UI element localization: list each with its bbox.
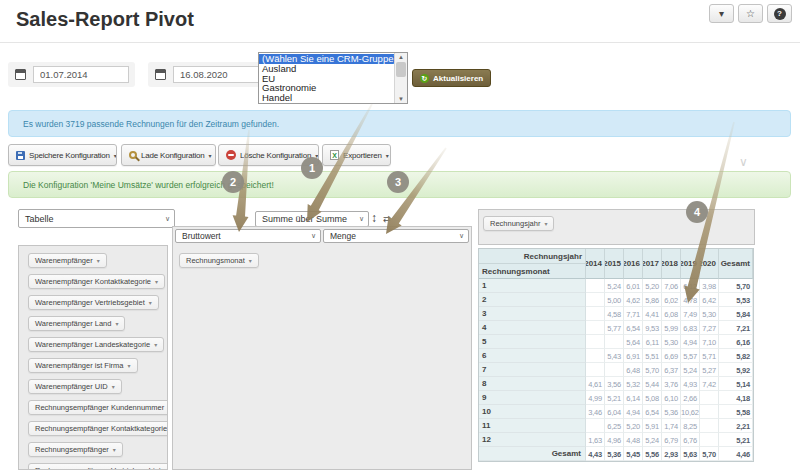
value-cell: 5,53 <box>719 293 753 307</box>
scroll-down-icon[interactable]: ▼ <box>398 95 404 103</box>
window-controls: ▾ ☆ ? <box>709 4 792 23</box>
table-type-value: Tabelle <box>25 214 54 224</box>
star-icon: ☆ <box>746 8 755 19</box>
row-label: 3 <box>479 307 586 321</box>
value-cell: 4,94 <box>681 335 700 349</box>
caret-down-icon: ▾ <box>386 152 389 159</box>
value-cell: 7,71 <box>624 307 643 321</box>
aggregation-select[interactable]: Summe über Summe ∨ <box>255 211 369 227</box>
available-field-pill[interactable]: Warenempfänger ist Firma▾ <box>28 358 138 373</box>
value-cell: 1,63 <box>586 433 605 447</box>
crm-group-option[interactable]: Ausland <box>259 64 394 74</box>
value-cell: 3,98 <box>700 279 719 293</box>
value-cell: 5,30 <box>662 335 681 349</box>
value-cell: 6,11 <box>643 335 662 349</box>
value-cell <box>586 307 605 321</box>
year-column-header: 2016 <box>624 249 643 279</box>
available-field-pill[interactable]: Warenempfänger Landeskategorie▾ <box>28 337 164 352</box>
crm-group-option[interactable]: Gastronomie <box>259 83 394 93</box>
value-cell: 3,46 <box>586 405 605 419</box>
available-field-pill[interactable]: Rechnungsempfänger▾ <box>28 442 123 457</box>
load-config-button[interactable]: Lade Konfiguration ▾ <box>121 144 216 166</box>
available-field-pill[interactable]: Warenempfänger UID▾ <box>28 379 122 394</box>
table-type-select[interactable]: Tabelle ∨ <box>18 209 175 228</box>
value-cell <box>586 363 605 377</box>
available-field-pill[interactable]: Rechnungsempfänger Vertriebsgebiet▾ <box>28 463 168 470</box>
floppy-disk-icon <box>16 151 25 160</box>
date-to-group <box>148 62 275 87</box>
value-cell: 5,00 <box>605 293 624 307</box>
value-cell: 7,06 <box>662 279 681 293</box>
value-field2-select[interactable]: Menge ∨ <box>323 229 469 243</box>
year-column-header: Gesamt <box>719 249 753 279</box>
available-field-pill[interactable]: Rechnungsempfänger Kundennummer▾ <box>28 400 168 415</box>
save-config-button[interactable]: Speichere Konfiguration ▾ <box>8 144 117 166</box>
export-label: Exportieren <box>343 151 382 160</box>
available-field-pill[interactable]: Warenempfänger Kontaktkategorie▾ <box>28 274 165 289</box>
value-cell: 5,14 <box>719 377 753 391</box>
row-label: 5 <box>479 335 586 349</box>
crm-group-option[interactable]: (Wählen Sie eine CRM-Gruppe) <box>259 54 394 64</box>
crm-group-option[interactable]: EU <box>259 74 394 84</box>
value-cell: 5,24 <box>643 433 662 447</box>
value-cell: 6,04 <box>605 405 624 419</box>
value-cell: 5,99 <box>662 321 681 335</box>
delete-config-button[interactable]: Lösche Konfiguration ▾ <box>218 144 319 166</box>
value-cell: 4,41 <box>643 307 662 321</box>
value-cell: 5,21 <box>605 391 624 405</box>
year-column-header: 2017 <box>643 249 662 279</box>
value-cell: 5,20 <box>643 279 662 293</box>
row-field-label: Rechnungsmonat <box>186 256 245 265</box>
value-cell <box>586 279 605 293</box>
column-field-label: Rechnungsjahr <box>490 219 540 228</box>
available-field-pill[interactable]: Warenempfänger Land▾ <box>28 316 125 331</box>
value-cell: 6,25 <box>605 419 624 433</box>
row-label: 1 <box>479 279 586 293</box>
available-field-pill[interactable]: Warenempfänger▾ <box>28 253 107 268</box>
caret-dropdown-button[interactable]: ▾ <box>709 4 734 23</box>
calendar-icon <box>155 69 166 80</box>
value-cell: 5,57 <box>681 349 700 363</box>
refresh-button[interactable]: ↻ Aktualisieren <box>412 69 491 87</box>
value-cell <box>586 419 605 433</box>
value-cell: 2,21 <box>719 419 753 433</box>
caret-down-icon: ▾ <box>128 362 131 369</box>
value-cell: 4,93 <box>681 377 700 391</box>
total-value-cell: 5,56 <box>643 447 662 461</box>
value-cell <box>586 349 605 363</box>
delete-config-label: Lösche Konfiguration <box>240 151 311 160</box>
collapse-chevron-icon[interactable]: ∨ <box>739 155 748 169</box>
export-button[interactable]: X Exportieren ▾ <box>322 144 391 166</box>
scrollbar-thumb[interactable] <box>396 62 406 77</box>
value-cell: 5,92 <box>719 363 753 377</box>
crm-group-listbox[interactable]: (Wählen Sie eine CRM-Gruppe)AuslandEUGas… <box>258 52 408 104</box>
aggregation-value: Summe über Summe <box>262 214 347 224</box>
value-cell: 5,70 <box>643 363 662 377</box>
date-to-input[interactable] <box>173 66 269 83</box>
crm-group-options: (Wählen Sie eine CRM-Gruppe)AuslandEUGas… <box>259 53 394 103</box>
value-cell: 9,53 <box>643 321 662 335</box>
pivot-table: RechnungsjahrRechnungsmonat2014201520162… <box>478 248 754 462</box>
available-field-pill[interactable]: Rechnungsempfänger Kontaktkategorie▾ <box>28 421 168 436</box>
value-cell: 5,21 <box>719 433 753 447</box>
row-label: 9 <box>479 391 586 405</box>
value-field-select[interactable]: Bruttowert ∨ <box>175 229 321 243</box>
transpose-icon[interactable]: ⇄ <box>383 214 391 224</box>
swap-axes-icon[interactable]: ↕ <box>371 211 377 225</box>
value-cell: 5,30 <box>700 307 719 321</box>
help-button[interactable]: ? <box>767 4 792 23</box>
scroll-up-icon[interactable]: ▲ <box>398 53 404 61</box>
value-cell <box>700 433 719 447</box>
date-from-input[interactable] <box>33 66 129 83</box>
total-value-cell: 5,36 <box>605 447 624 461</box>
column-field-pill[interactable]: Rechnungsjahr ▾ <box>483 216 554 231</box>
value-cell: 3,76 <box>662 377 681 391</box>
listbox-scrollbar[interactable]: ▲ ▼ <box>394 53 407 103</box>
available-field-pill[interactable]: Warenempfänger Vertriebsgebiet▾ <box>28 295 159 310</box>
row-field-pill[interactable]: Rechnungsmonat ▾ <box>179 253 259 268</box>
refresh-icon: ↻ <box>420 74 429 83</box>
value-cell: 7,49 <box>681 307 700 321</box>
favorite-button[interactable]: ☆ <box>738 4 763 23</box>
crm-group-option[interactable]: Handel <box>259 93 394 103</box>
value-cell: 4,61 <box>586 377 605 391</box>
